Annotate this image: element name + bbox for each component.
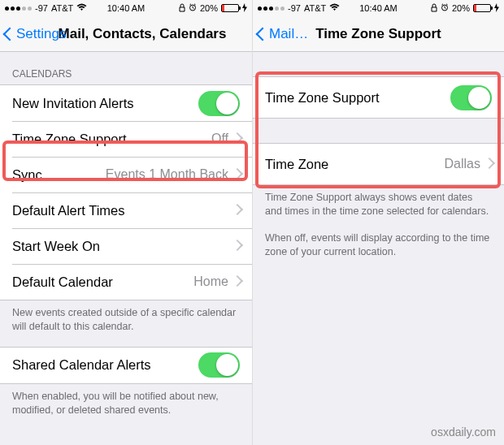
back-button[interactable]: Settings: [5, 26, 66, 42]
footer-tz-off: When off, events will display according …: [253, 231, 504, 272]
chevron-left-icon: [5, 26, 15, 42]
charge-icon: [242, 3, 247, 14]
footer-shared-alerts: When enabled, you will be notified about…: [0, 384, 252, 430]
nav-bar: Settings Mail, Contacts, Calendars: [0, 16, 252, 52]
row-default-alert-times[interactable]: Default Alert Times: [0, 192, 252, 228]
chevron-right-icon: [233, 205, 240, 216]
row-label: Default Calendar: [12, 274, 193, 290]
chevron-right-icon: [233, 134, 240, 145]
carrier-label: AT&T: [51, 3, 73, 13]
alarm-icon: [441, 3, 449, 13]
chevron-right-icon: [485, 159, 492, 170]
row-label: Default Alert Times: [12, 203, 233, 218]
toggle-shared-calendar-alerts[interactable]: [198, 352, 240, 378]
chevron-right-icon: [233, 241, 240, 252]
charge-icon: [494, 3, 499, 14]
battery-icon: [473, 4, 491, 12]
row-start-week-on[interactable]: Start Week On: [0, 228, 252, 264]
lock-icon: [431, 3, 437, 14]
nav-title: Mail, Contacts, Calendars: [59, 26, 227, 42]
alarm-icon: [189, 3, 197, 13]
footer-default-calendar: New events created outside of a specific…: [0, 300, 252, 347]
section-header-calendars: CALENDARS: [0, 52, 252, 84]
wifi-icon: [76, 3, 87, 13]
signal-dots: [5, 6, 32, 11]
row-label: Time Zone: [265, 157, 445, 172]
nav-bar: Mail… Time Zone Support: [253, 16, 504, 52]
signal-dots: [258, 6, 285, 11]
row-value: Home: [193, 274, 228, 289]
battery-percent: 20%: [200, 3, 218, 13]
lock-icon: [179, 3, 185, 14]
chevron-right-icon: [233, 277, 240, 287]
signal-strength: -97: [35, 3, 48, 13]
back-label: Mail…: [269, 26, 308, 42]
row-value: Off: [211, 132, 228, 146]
row-time-zone-support[interactable]: Time Zone Support: [253, 77, 504, 118]
back-button[interactable]: Mail…: [258, 26, 308, 42]
left-screenshot: -97 AT&T 10:40 AM 20% Settings Mail, Con…: [0, 0, 252, 445]
wifi-icon: [329, 3, 340, 13]
footer-tz-on: Time Zone Support always shows event dat…: [253, 185, 504, 231]
battery-percent: 20%: [452, 3, 470, 13]
row-shared-calendar-alerts[interactable]: Shared Calendar Alerts: [0, 348, 252, 383]
toggle-new-invitation-alerts[interactable]: [198, 91, 240, 116]
right-screenshot: -97 AT&T 10:40 AM 20% Mail… Time Zone Su…: [252, 0, 504, 445]
row-time-zone[interactable]: Time Zone Dallas: [253, 144, 504, 184]
row-label: Time Zone Support: [265, 90, 450, 106]
nav-title: Time Zone Support: [315, 26, 441, 42]
row-label: Shared Calendar Alerts: [12, 357, 198, 373]
row-label: New Invitation Alerts: [12, 96, 198, 111]
row-default-calendar[interactable]: Default Calendar Home: [0, 264, 252, 300]
row-label: Start Week On: [12, 239, 233, 254]
row-new-invitation-alerts[interactable]: New Invitation Alerts: [0, 85, 252, 121]
row-time-zone-support[interactable]: Time Zone Support Off: [0, 121, 252, 157]
watermark: osxdaily.com: [431, 426, 496, 439]
battery-icon: [221, 4, 239, 12]
row-label: Time Zone Support: [12, 132, 211, 147]
carrier-label: AT&T: [304, 3, 326, 13]
toggle-time-zone-support[interactable]: [450, 85, 492, 110]
status-bar: -97 AT&T 10:40 AM 20%: [253, 0, 504, 16]
signal-strength: -97: [288, 3, 301, 13]
row-sync[interactable]: Sync Events 1 Month Back: [0, 157, 252, 192]
chevron-right-icon: [233, 170, 240, 180]
chevron-left-icon: [258, 26, 267, 42]
row-label: Sync: [12, 167, 106, 183]
row-value: Events 1 Month Back: [106, 167, 228, 182]
row-value: Dallas: [445, 157, 480, 171]
back-label: Settings: [16, 26, 66, 42]
status-bar: -97 AT&T 10:40 AM 20%: [0, 0, 252, 16]
